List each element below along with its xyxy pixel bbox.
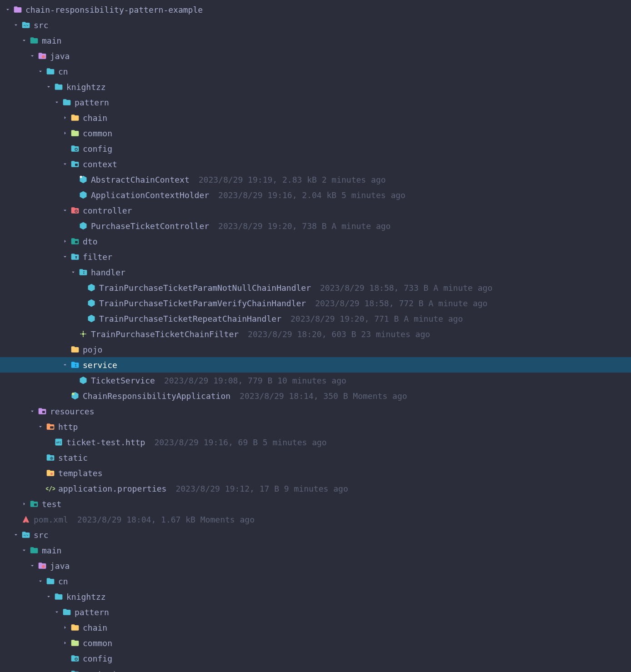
- tree-node[interactable]: http: [0, 419, 631, 434]
- chevron-right-icon[interactable]: [20, 500, 28, 508]
- tree-node[interactable]: pattern: [0, 604, 631, 620]
- folder-yellow-icon: [70, 113, 80, 123]
- chevron-down-icon[interactable]: [28, 407, 36, 415]
- folder-blue-icon: [45, 66, 55, 76]
- chevron-down-icon[interactable]: [45, 83, 53, 91]
- tree-node[interactable]: Σservice: [0, 357, 631, 373]
- chevron-down-icon[interactable]: [69, 268, 77, 276]
- chevron-down-icon[interactable]: [12, 531, 20, 539]
- tree-node[interactable]: ApplicationContextHolder2023/8/29 19:16,…: [0, 187, 631, 203]
- tree-node[interactable]: controller: [0, 203, 631, 218]
- tree-node[interactable]: cn: [0, 64, 631, 79]
- tree-node[interactable]: knightzz: [0, 589, 631, 604]
- chevron-down-icon[interactable]: [61, 670, 69, 672]
- node-label: ApplicationContextHolder: [91, 189, 209, 201]
- chevron-down-icon[interactable]: [36, 67, 45, 75]
- chevron-down-icon[interactable]: [20, 36, 28, 45]
- tree-node[interactable]: dto: [0, 234, 631, 249]
- tree-node[interactable]: config: [0, 141, 631, 156]
- chevron-down-icon[interactable]: [20, 546, 28, 554]
- chevron-down-icon[interactable]: [36, 577, 45, 585]
- folder-config-icon: [70, 144, 80, 154]
- svg-point-1: [42, 55, 45, 58]
- folder-teal-icon: [29, 35, 39, 45]
- folder-yellow-icon: [70, 622, 80, 632]
- chevron-down-icon[interactable]: [45, 592, 53, 601]
- node-label: common: [83, 637, 112, 649]
- tree-node[interactable]: test: [0, 496, 631, 512]
- tree-node[interactable]: pom.xml2023/8/29 18:04, 1.67 kB Moments …: [0, 512, 631, 527]
- tree-node[interactable]: chain-responsibility-pattern-example: [0, 2, 631, 17]
- svg-rect-6: [75, 241, 78, 243]
- chevron-down-icon[interactable]: [61, 253, 69, 261]
- svg-text:Σ: Σ: [83, 271, 85, 275]
- tree-node[interactable]: TrainPurchaseTicketChainFilter2023/8/29 …: [0, 326, 631, 342]
- tree-node[interactable]: ChainResponsibilityApplication2023/8/29 …: [0, 388, 631, 403]
- tree-node[interactable]: APIticket-test.http2023/8/29 19:16, 69 B…: [0, 434, 631, 450]
- node-label: main: [42, 35, 61, 47]
- chevron-down-icon[interactable]: [61, 206, 69, 214]
- tree-node[interactable]: context: [0, 666, 631, 672]
- tree-node[interactable]: cn: [0, 573, 631, 589]
- tree-node[interactable]: static: [0, 450, 631, 465]
- tree-node[interactable]: TrainPurchaseTicketParamVerifyChainHandl…: [0, 295, 631, 311]
- chevron-down-icon[interactable]: [28, 52, 36, 60]
- folder-filter-icon: [70, 252, 80, 262]
- node-meta: 2023/8/29 19:16, 69 B 5 minutes ago: [154, 436, 326, 448]
- chevron-right-icon[interactable]: [61, 114, 69, 122]
- tree-node[interactable]: main: [0, 543, 631, 558]
- maven-icon: [21, 514, 31, 524]
- chevron-down-icon[interactable]: [61, 361, 69, 369]
- svg-rect-18: [34, 503, 37, 506]
- src-folder-icon: </>: [21, 530, 31, 540]
- java-folder-icon: [37, 561, 47, 571]
- tree-node[interactable]: Σhandler: [0, 264, 631, 280]
- chevron-down-icon[interactable]: [53, 608, 61, 616]
- chevron-down-icon[interactable]: [28, 562, 36, 570]
- java-folder-icon: [37, 51, 47, 61]
- tree-node[interactable]: chain: [0, 620, 631, 635]
- chevron-down-icon[interactable]: [36, 423, 45, 431]
- tree-node[interactable]: java: [0, 558, 631, 573]
- tree-node[interactable]: resources: [0, 403, 631, 419]
- chevron-down-icon[interactable]: [53, 98, 61, 106]
- tree-node[interactable]: pojo: [0, 342, 631, 357]
- http-file-icon: API: [54, 437, 64, 447]
- tree-node[interactable]: PurchaseTicketController2023/8/29 19:20,…: [0, 218, 631, 234]
- node-label: pom.xml: [34, 513, 68, 526]
- tree-node[interactable]: java: [0, 48, 631, 64]
- node-label: java: [50, 50, 70, 62]
- node-label: ticket-test.http: [66, 436, 145, 448]
- tree-node[interactable]: templates: [0, 465, 631, 481]
- project-tree[interactable]: chain-responsibility-pattern-example</>s…: [0, 2, 631, 672]
- tree-node[interactable]: </>src: [0, 527, 631, 543]
- chevron-right-icon[interactable]: [61, 623, 69, 632]
- tree-node[interactable]: common: [0, 125, 631, 141]
- chevron-right-icon[interactable]: [61, 639, 69, 647]
- tree-node[interactable]: context: [0, 156, 631, 172]
- tree-node[interactable]: TicketService2023/8/29 19:08, 779 B 10 m…: [0, 373, 631, 388]
- chevron-right-icon[interactable]: [61, 129, 69, 137]
- tree-node[interactable]: TrainPurchaseTicketRepeatChainHandler202…: [0, 311, 631, 326]
- tree-node[interactable]: </>src: [0, 17, 631, 33]
- tree-node[interactable]: main: [0, 33, 631, 48]
- tree-node[interactable]: </>application.properties2023/8/29 19:12…: [0, 481, 631, 496]
- tree-node[interactable]: TrainPurchaseTicketParamNotNullChainHand…: [0, 280, 631, 295]
- tree-node[interactable]: config: [0, 651, 631, 666]
- tree-node[interactable]: AbstractChainContext2023/8/29 19:19, 2.8…: [0, 172, 631, 187]
- node-label: src: [34, 19, 49, 31]
- svg-rect-11: [42, 411, 45, 413]
- node-meta: 2023/8/29 18:14, 350 B Moments ago: [240, 390, 407, 402]
- tree-node[interactable]: filter: [0, 249, 631, 264]
- tree-node[interactable]: common: [0, 635, 631, 651]
- chevron-right-icon[interactable]: [61, 237, 69, 245]
- svg-text:</>: </>: [24, 24, 29, 27]
- node-label: TrainPurchaseTicketRepeatChainHandler: [99, 313, 281, 325]
- tree-node[interactable]: knightzz: [0, 79, 631, 95]
- folder-blue-icon: [62, 607, 72, 617]
- tree-node[interactable]: pattern: [0, 95, 631, 110]
- chevron-down-icon[interactable]: [12, 21, 20, 29]
- chevron-down-icon[interactable]: [4, 5, 12, 14]
- tree-node[interactable]: chain: [0, 110, 631, 125]
- chevron-down-icon[interactable]: [61, 160, 69, 168]
